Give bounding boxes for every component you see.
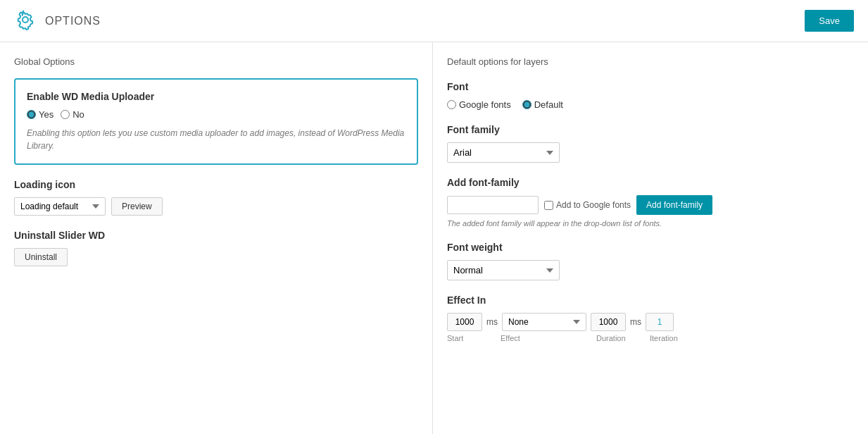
- effect-in-group: Effect In ms None Fade Slide Left Slide …: [447, 294, 854, 342]
- effect-start-input[interactable]: [447, 313, 482, 331]
- add-font-family-group: Add font-family Add to Google fonts Add …: [447, 177, 854, 228]
- effect-duration-input[interactable]: [591, 313, 626, 331]
- wd-uploader-radio-group: Yes No: [27, 109, 405, 120]
- font-weight-select[interactable]: Normal Bold Lighter Bolder 100200300400 …: [447, 260, 560, 280]
- label-duration: Duration: [596, 334, 631, 342]
- page-title: OPTIONS: [45, 15, 101, 27]
- radio-no-label[interactable]: No: [61, 109, 84, 120]
- effect-start-unit: ms: [486, 317, 498, 327]
- font-weight-label: Font weight: [447, 242, 854, 253]
- default-font-label[interactable]: Default: [522, 99, 563, 110]
- font-weight-group: Font weight Normal Bold Lighter Bolder 1…: [447, 242, 854, 280]
- radio-yes-label[interactable]: Yes: [27, 109, 54, 120]
- effect-duration-unit: ms: [630, 317, 641, 327]
- loading-icon-section: Loading icon Loading default Preview: [14, 179, 418, 216]
- font-options: Google fonts Default: [447, 99, 854, 110]
- radio-yes[interactable]: [27, 110, 36, 119]
- label-start: Start: [447, 334, 482, 342]
- add-font-family-label: Add font-family: [447, 177, 854, 188]
- add-to-google-fonts-checkbox[interactable]: [544, 201, 553, 210]
- effect-labels-row: Start Effect Duration Iteration: [447, 334, 854, 342]
- font-field-group: Font Google fonts Default: [447, 81, 854, 110]
- effect-iteration-input[interactable]: [646, 313, 674, 331]
- default-font-radio[interactable]: [522, 100, 532, 109]
- top-bar-left: OPTIONS: [14, 8, 101, 33]
- loading-icon-select[interactable]: Loading default: [14, 197, 106, 216]
- effect-in-label: Effect In: [447, 294, 854, 306]
- add-font-input[interactable]: [447, 196, 539, 214]
- global-options-title: Global Options: [14, 56, 418, 67]
- preview-button[interactable]: Preview: [111, 197, 163, 216]
- default-options-title: Default options for layers: [447, 56, 854, 67]
- gear-icon: [14, 8, 37, 33]
- font-label: Font: [447, 81, 854, 92]
- label-iteration: Iteration: [650, 334, 678, 342]
- loading-icon-row: Loading default Preview: [14, 197, 418, 216]
- add-to-google-fonts-label[interactable]: Add to Google fonts: [544, 200, 631, 210]
- add-font-button[interactable]: Add font-family: [636, 195, 712, 215]
- uninstall-slider-section: Uninstall Slider WD Uninstall: [14, 230, 418, 266]
- radio-no[interactable]: [61, 110, 70, 119]
- save-button[interactable]: Save: [805, 10, 854, 32]
- font-family-label: Font family: [447, 124, 854, 135]
- wd-uploader-heading: Enable WD Media Uploader: [27, 91, 405, 102]
- effect-type-select[interactable]: None Fade Slide Left Slide Right Slide T…: [502, 313, 586, 331]
- google-fonts-label[interactable]: Google fonts: [447, 99, 511, 110]
- loading-icon-label: Loading icon: [14, 179, 418, 190]
- label-effect: Effect: [501, 334, 592, 342]
- right-panel: Default options for layers Font Google f…: [433, 42, 868, 434]
- main-layout: Global Options Enable WD Media Uploader …: [0, 42, 868, 434]
- google-fonts-radio[interactable]: [447, 100, 456, 109]
- wd-uploader-box: Enable WD Media Uploader Yes No Enabling…: [14, 78, 418, 165]
- add-font-row: Add to Google fonts Add font-family: [447, 195, 854, 215]
- wd-uploader-description: Enabling this option lets you use custom…: [27, 127, 405, 152]
- font-family-group: Font family Arial Georgia Times New Roma…: [447, 124, 854, 163]
- uninstall-slider-label: Uninstall Slider WD: [14, 230, 418, 241]
- left-panel: Global Options Enable WD Media Uploader …: [0, 42, 433, 434]
- uninstall-button[interactable]: Uninstall: [14, 248, 68, 266]
- effect-in-row: ms None Fade Slide Left Slide Right Slid…: [447, 313, 854, 331]
- font-family-select[interactable]: Arial Georgia Times New Roman Verdana Co…: [447, 142, 560, 163]
- top-bar: OPTIONS Save: [0, 0, 868, 42]
- font-help-text: The added font family will appear in the…: [447, 219, 854, 228]
